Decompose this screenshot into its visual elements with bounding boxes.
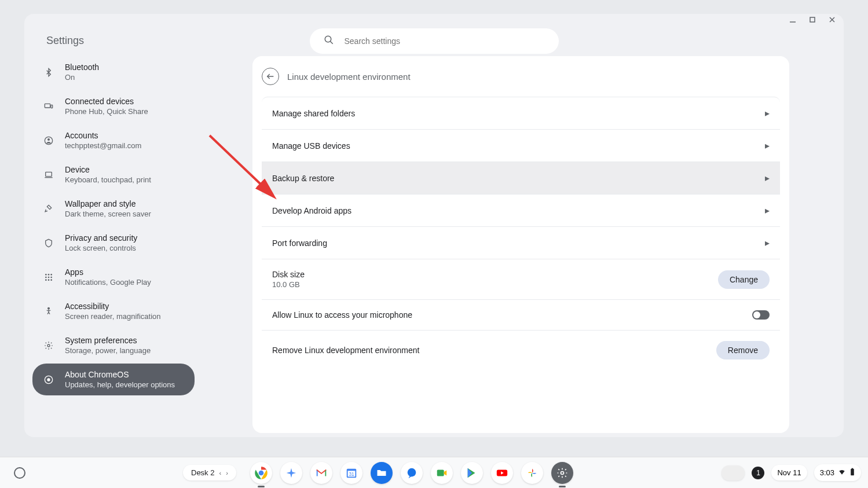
- svg-rect-1: [810, 17, 815, 22]
- toggle-knob: [753, 311, 760, 318]
- app-calendar[interactable]: 31: [340, 462, 362, 484]
- panel-item-disk: Disk size 10.0 GB Change: [262, 259, 780, 300]
- back-button[interactable]: [262, 68, 279, 85]
- sidebar-item-label: Apps: [65, 267, 151, 277]
- panel-item-microphone: Allow Linux to access your microphone: [262, 300, 780, 331]
- panel-item-android[interactable]: Develop Android apps ▸: [262, 195, 780, 227]
- sidebar-item-sublabel: techpptest@gmail.com: [65, 141, 141, 150]
- close-icon[interactable]: [827, 15, 837, 24]
- panel-item-usb[interactable]: Manage USB devices ▸: [262, 130, 780, 162]
- sidebar-item-label: Accounts: [65, 131, 141, 140]
- sidebar-item-label: Accessibility: [65, 302, 160, 311]
- sidebar-item-label: Bluetooth: [65, 63, 99, 72]
- status-tray[interactable]: 3:03: [814, 464, 861, 481]
- chrome-icon: [43, 374, 54, 386]
- remove-button[interactable]: Remove: [716, 341, 770, 359]
- maximize-icon[interactable]: [808, 15, 817, 24]
- sidebar-item-label: Device: [65, 165, 151, 174]
- sidebar-item-accessibility[interactable]: Accessibility Screen reader, magnificati…: [32, 295, 195, 327]
- panel-item-label: Manage USB devices: [272, 141, 350, 151]
- sidebar-item-sublabel: Dark theme, screen saver: [65, 210, 151, 218]
- svg-point-21: [48, 307, 50, 309]
- main-panel: Linux development environment Manage sha…: [252, 56, 789, 433]
- svg-point-9: [47, 138, 50, 141]
- apps-icon: [43, 271, 54, 283]
- panel-item-shared-folders[interactable]: Manage shared folders ▸: [262, 97, 780, 130]
- app-gmail[interactable]: [310, 462, 332, 484]
- sidebar-item-privacy[interactable]: Privacy and security Lock screen, contro…: [32, 227, 195, 259]
- shelf: Desk 2 ‹ › 31: [0, 457, 868, 488]
- shield-icon: [43, 237, 54, 249]
- sidebar-item-label: Connected devices: [65, 97, 148, 106]
- panel-item-label: Port forwarding: [272, 239, 327, 248]
- sidebar-item-system[interactable]: System preferences Storage, power, langu…: [32, 329, 195, 361]
- minimize-icon[interactable]: [788, 15, 797, 24]
- app-files[interactable]: [371, 462, 393, 484]
- gear-icon: [43, 340, 54, 351]
- sidebar-item-connected-devices[interactable]: Connected devices Phone Hub, Quick Share: [32, 90, 195, 122]
- panel-item-label: Remove Linux development environment: [272, 346, 419, 355]
- sidebar-item-label: Privacy and security: [65, 233, 137, 243]
- sidebar-item-apps[interactable]: Apps Notifications, Google Play: [32, 261, 195, 293]
- accessibility-icon: [43, 306, 54, 317]
- launcher-button[interactable]: [14, 467, 25, 479]
- sidebar-item-label: Wallpaper and style: [65, 199, 151, 208]
- sidebar-item-label: About ChromeOS: [65, 370, 175, 379]
- sidebar-item-sublabel: Notifications, Google Play: [65, 278, 151, 287]
- svg-point-29: [258, 470, 263, 475]
- input-method-indicator[interactable]: [721, 465, 745, 480]
- sidebar-item-sublabel: Screen reader, magnification: [65, 312, 160, 321]
- svg-point-4: [325, 36, 331, 42]
- chevron-right-icon: ▸: [765, 173, 770, 184]
- svg-point-19: [48, 279, 50, 281]
- svg-point-36: [561, 471, 563, 474]
- search-input[interactable]: [345, 36, 545, 46]
- svg-point-12: [45, 274, 47, 276]
- svg-point-24: [47, 378, 50, 381]
- app-settings[interactable]: [551, 462, 573, 484]
- chevron-right-icon: ▸: [765, 205, 770, 216]
- desk-switcher[interactable]: Desk 2 ‹ ›: [183, 465, 236, 480]
- sidebar-item-sublabel: Phone Hub, Quick Share: [65, 107, 148, 116]
- sidebar-item-device[interactable]: Device Keyboard, touchpad, print: [32, 159, 195, 190]
- shelf-status-area: 1 Nov 11 3:03: [721, 464, 861, 481]
- microphone-toggle[interactable]: [752, 310, 770, 320]
- sidebar-item-accounts[interactable]: Accounts techpptest@gmail.com: [32, 124, 195, 156]
- settings-window: Settings Bluetooth On: [24, 14, 844, 437]
- svg-point-13: [48, 274, 50, 276]
- status-date[interactable]: Nov 11: [771, 465, 807, 480]
- panel-item-label: Manage shared folders: [272, 109, 355, 118]
- sidebar-item-sublabel: Updates, help, developer options: [65, 380, 175, 389]
- search-box[interactable]: [310, 28, 559, 54]
- desk-next-icon[interactable]: ›: [226, 469, 228, 476]
- app-play[interactable]: [461, 462, 483, 484]
- panel-item-remove: Remove Linux development environment Rem…: [262, 331, 780, 370]
- sidebar-item-wallpaper[interactable]: Wallpaper and style Dark theme, screen s…: [32, 193, 195, 225]
- app-gemini[interactable]: [280, 462, 302, 484]
- app-chrome[interactable]: [250, 462, 272, 484]
- panel-item-label: Allow Linux to access your microphone: [272, 310, 412, 320]
- bluetooth-icon: [43, 67, 54, 78]
- panel-item-label: Develop Android apps: [272, 206, 351, 215]
- change-button[interactable]: Change: [718, 270, 770, 289]
- svg-rect-34: [437, 469, 444, 476]
- panel-title: Linux development environment: [287, 72, 411, 82]
- notification-badge[interactable]: 1: [752, 467, 764, 479]
- app-youtube[interactable]: [491, 462, 513, 484]
- app-meet[interactable]: [431, 462, 453, 484]
- panel-item-label: Disk size: [272, 270, 305, 279]
- desk-prev-icon[interactable]: ‹: [219, 469, 221, 476]
- header: Settings: [24, 25, 844, 56]
- panel-item-port[interactable]: Port forwarding ▸: [262, 227, 780, 259]
- svg-point-14: [50, 274, 52, 276]
- sidebar-item-label: System preferences: [65, 336, 151, 345]
- app-messages[interactable]: [401, 462, 423, 484]
- app-photos[interactable]: [521, 462, 543, 484]
- panel-item-backup[interactable]: Backup & restore ▸: [262, 162, 780, 195]
- svg-rect-37: [851, 469, 854, 475]
- svg-point-20: [50, 279, 52, 281]
- laptop-icon: [43, 169, 54, 181]
- sidebar-item-about[interactable]: About ChromeOS Updates, help, developer …: [32, 364, 195, 395]
- account-icon: [43, 135, 54, 146]
- sidebar-item-bluetooth[interactable]: Bluetooth On: [32, 56, 195, 88]
